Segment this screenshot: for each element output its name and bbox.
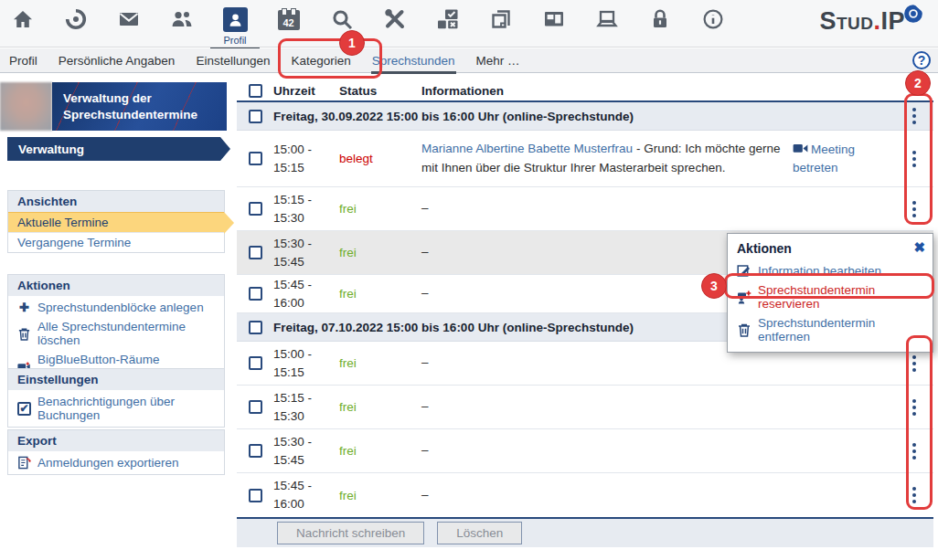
row-checkbox[interactable] [249,202,262,216]
tab-kategorien[interactable]: Kategorien [291,54,350,68]
video-camera-icon [793,143,808,154]
profile-subnav: Profil Persönliche Angaben Einstellungen… [0,48,938,73]
info-icon[interactable] [701,7,724,30]
row-checkbox[interactable] [249,287,262,301]
section-title: Ansichten [8,191,224,212]
time-slot: 15:15 - 15:30 [273,389,326,425]
group-title: Freitag, 30.09.2022 15:00 bis 16:00 Uhr … [273,110,895,123]
kebab-menu-icon[interactable] [895,102,933,130]
sidebar-title-panel: Verwaltung der Sprechstundentermine [52,82,227,131]
table-header-row: Uhrzeit Status Informationen [237,80,933,102]
time-slot: 15:30 - 15:45 [273,235,326,270]
status-badge: frei [339,356,421,370]
checkbox-checked-icon[interactable]: ✔ [17,402,31,416]
table-footer: Nachricht schreiben Löschen [237,517,933,547]
community-icon[interactable] [170,7,193,30]
info-cell: – [421,397,793,416]
sidebar-item-benachrichtigungen[interactable]: ✔ Benachrichtigungen über Buchungen [8,390,224,427]
section-title: Einstellungen [8,369,224,390]
swirl-icon[interactable] [64,7,87,30]
home-icon[interactable] [11,7,34,30]
row-checkbox[interactable] [249,444,262,458]
table-row: 15:00 - 15:15 belegt Marianne Albertine … [237,131,933,187]
sidebar-section-ansichten: Ansichten Aktuelle Termine Vergangene Te… [7,190,225,253]
time-slot: 15:00 - 15:15 [273,345,326,381]
sidebar-item-bloecke-anlegen[interactable]: ✚ Sprechstundenblöcke anlegen [8,296,224,317]
computer-icon[interactable] [595,7,618,30]
group-checkbox[interactable] [249,110,262,123]
row-checkbox[interactable] [249,152,262,165]
status-badge: frei [339,202,421,216]
info-cell: – [421,486,793,504]
tab-sprechstunden[interactable]: Sprechstunden [372,54,455,68]
kebab-menu-icon[interactable] [895,438,933,465]
mail-icon[interactable] [117,7,140,30]
whiteboard-icon[interactable] [542,7,565,30]
aktionen-popup: Aktionen ✖ Information bearbeiten Sprech… [727,233,933,353]
lock-icon[interactable] [648,7,671,30]
popup-item-information-bearbeiten[interactable]: Information bearbeiten [728,260,933,280]
popup-title: Aktionen [728,234,933,260]
profile-nav-active[interactable]: Profil [209,7,261,46]
popup-item-sprechstundentermin-reservieren[interactable]: Sprechstundentermin reservieren [728,280,933,313]
sidebar-item-alle-loeschen[interactable]: Alle Sprechstundentermine löschen [8,317,224,350]
group-header-row: Freitag, 30.09.2022 15:00 bis 16:00 Uhr … [237,102,933,131]
table-row: 15:30 - 15:45 frei – [237,429,933,473]
info-cell: – [421,199,793,217]
pages-icon[interactable] [489,7,512,30]
select-all-checkbox[interactable] [249,84,262,98]
status-badge: frei [339,287,421,301]
edit-icon [737,263,751,278]
evaluation-icon[interactable] [436,7,459,30]
kebab-menu-icon[interactable] [895,394,933,421]
table-row: 15:15 - 15:30 frei – [237,386,933,429]
tab-mehr[interactable]: Mehr … [476,54,520,68]
info-cell: Marianne Albertine Babette Musterfrau - … [421,140,793,177]
export-icon [17,456,31,470]
loeschen-button[interactable]: Löschen [437,522,522,544]
info-cell: – [421,441,793,460]
col-uhrzeit: Uhrzeit [273,84,339,98]
sidebar-item-aktuelle-termine[interactable]: Aktuelle Termine [8,212,224,232]
studip-app: Profil 42 Stud.IP Profil Persönliche Ang… [0,0,938,560]
meeting-betreten-link[interactable]: Meeting betreten [793,141,895,176]
close-icon[interactable]: ✖ [913,239,925,256]
row-checkbox[interactable] [249,246,262,259]
col-informationen: Informationen [421,84,793,98]
popup-item-sprechstundentermin-entfernen[interactable]: Sprechstundentermin entfernen [728,313,933,346]
time-slot: 15:00 - 15:15 [273,141,326,176]
table-row: 15:15 - 15:30 frei – [237,187,933,231]
sidebar-section-export: Export Anmeldungen exportieren [7,429,225,475]
sidebar-banner-verwaltung[interactable]: Verwaltung [7,137,230,161]
sidebar-item-anmeldungen-exportieren[interactable]: Anmeldungen exportieren [8,451,224,474]
schedule-icon[interactable]: 42 [277,7,300,30]
status-badge: frei [339,444,421,458]
status-badge: belegt [339,152,421,165]
section-title: Aktionen [8,275,224,296]
tab-einstellungen[interactable]: Einstellungen [196,54,270,68]
kebab-menu-icon[interactable] [895,481,933,509]
sidebar-section-einstellungen: Einstellungen ✔ Benachrichtigungen über … [7,368,225,428]
trash-icon [737,322,751,337]
kebab-menu-icon[interactable] [895,145,933,173]
kebab-menu-icon[interactable] [895,195,933,223]
sidebar-item-vergangene-termine[interactable]: Vergangene Termine [8,232,224,252]
logo-text-stud: Stud [819,7,873,35]
help-icon[interactable]: ? [912,51,931,69]
kebab-menu-icon[interactable] [895,350,933,377]
row-checkbox[interactable] [249,356,262,370]
student-name-link[interactable]: Marianne Albertine Babette Musterfrau [421,142,633,155]
nachricht-schreiben-button[interactable]: Nachricht schreiben [277,522,424,544]
plus-icon: ✚ [17,301,31,314]
tools-icon[interactable] [383,7,406,30]
search-icon[interactable] [330,7,353,30]
profile-nav-label: Profil [223,35,246,46]
status-badge: frei [339,400,421,414]
group-checkbox[interactable] [249,321,262,334]
tab-persoenliche-angaben[interactable]: Persönliche Angaben [59,54,176,68]
logo-text-ip: IP [880,7,905,35]
row-checkbox[interactable] [249,400,262,414]
tab-profil[interactable]: Profil [9,54,37,68]
col-status: Status [339,84,421,98]
row-checkbox[interactable] [249,489,262,502]
